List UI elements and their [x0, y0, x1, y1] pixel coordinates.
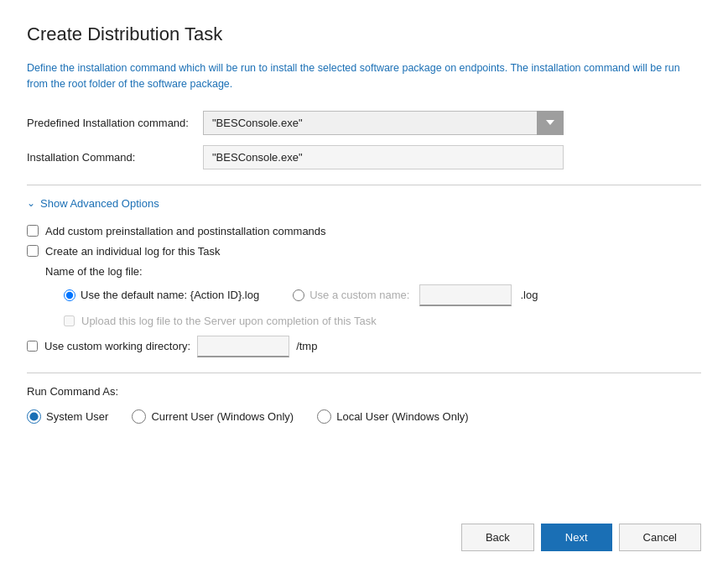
run-as-current-option: Current User (Windows Only) [132, 409, 294, 424]
individual-log-checkbox[interactable] [27, 245, 39, 257]
back-button[interactable]: Back [461, 524, 534, 551]
log-name-section: Name of the log file: Use the default na… [45, 265, 701, 327]
predefined-command-row: Predefined Installation command: "BESCon… [27, 111, 701, 135]
dialog-footer: Back Next Cancel [461, 524, 701, 551]
log-name-label: Name of the log file: [45, 265, 701, 278]
run-as-local-option: Local User (Windows Only) [317, 409, 469, 424]
custom-prepost-checkbox[interactable] [27, 225, 39, 237]
run-as-local-radio[interactable] [317, 409, 331, 424]
working-dir-label: Use custom working directory: [44, 340, 190, 352]
next-button[interactable]: Next [541, 524, 612, 551]
upload-log-checkbox[interactable] [64, 315, 75, 326]
dialog-title: Create Distribution Task [27, 23, 701, 45]
log-name-radio-row: Use the default name: {Action ID}.log Us… [45, 284, 701, 306]
upload-log-row: Upload this log file to the Server upon … [64, 315, 701, 327]
cancel-button[interactable]: Cancel [619, 524, 701, 551]
advanced-options-toggle[interactable]: ⌄ Show Advanced Options [27, 197, 701, 210]
predefined-command-dropdown[interactable]: "BESConsole.exe" [203, 111, 564, 135]
install-command-row: Installation Command: [27, 145, 701, 169]
working-dir-row: Use custom working directory: /tmp [27, 336, 701, 357]
custom-prepost-label: Add custom preinstallation and postinsta… [45, 225, 326, 237]
create-distribution-task-dialog: Create Distribution Task Define the inst… [0, 0, 728, 568]
run-as-options: System User Current User (Windows Only) … [27, 409, 701, 424]
upload-log-label: Upload this log file to the Server upon … [81, 315, 377, 327]
run-as-local-label: Local User (Windows Only) [336, 410, 469, 423]
working-dir-input[interactable] [197, 336, 289, 357]
run-as-system-radio[interactable] [27, 409, 41, 424]
custom-prepost-row: Add custom preinstallation and postinsta… [27, 225, 701, 237]
working-dir-suffix: /tmp [296, 340, 317, 352]
custom-name-input[interactable] [419, 284, 512, 306]
run-as-current-label: Current User (Windows Only) [151, 410, 294, 423]
install-command-input[interactable] [203, 145, 564, 169]
custom-name-radio-label: Use a custom name: [309, 289, 409, 301]
predefined-dropdown-wrapper: "BESConsole.exe" [203, 111, 564, 135]
run-as-label: Run Command As: [27, 385, 701, 398]
custom-name-radio-group: Use a custom name: .log [293, 284, 538, 306]
individual-log-row: Create an individual log for this Task [27, 245, 701, 258]
description-text: Define the installation command which wi… [27, 60, 701, 92]
log-extension: .log [520, 289, 538, 301]
chevron-down-icon: ⌄ [27, 197, 35, 209]
run-as-system-option: System User [27, 409, 108, 424]
run-as-current-radio[interactable] [132, 409, 146, 424]
default-name-radio-group: Use the default name: {Action ID}.log [64, 289, 259, 301]
default-name-radio[interactable] [64, 289, 75, 301]
individual-log-label: Create an individual log for this Task [45, 245, 221, 258]
middle-divider [27, 373, 701, 373]
working-dir-checkbox[interactable] [27, 341, 38, 352]
install-command-label: Installation Command: [27, 151, 203, 164]
default-name-radio-label: Use the default name: {Action ID}.log [81, 289, 259, 301]
custom-name-radio[interactable] [293, 289, 304, 301]
top-divider [27, 185, 701, 185]
predefined-label: Predefined Installation command: [27, 117, 203, 129]
advanced-toggle-label: Show Advanced Options [40, 197, 159, 210]
run-as-system-label: System User [46, 410, 108, 423]
